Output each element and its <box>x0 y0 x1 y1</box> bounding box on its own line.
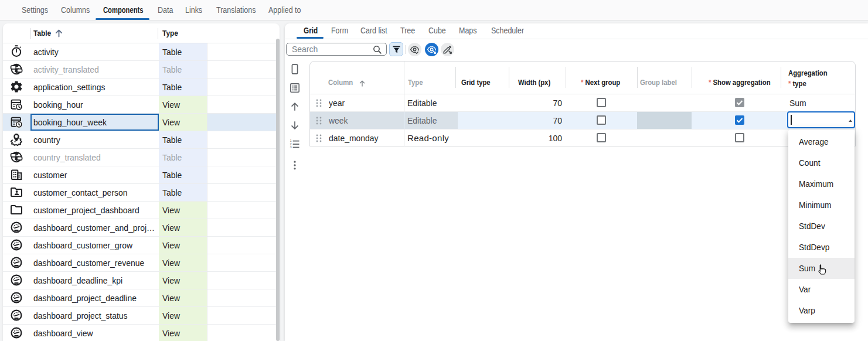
svg-text:3: 3 <box>290 145 292 149</box>
